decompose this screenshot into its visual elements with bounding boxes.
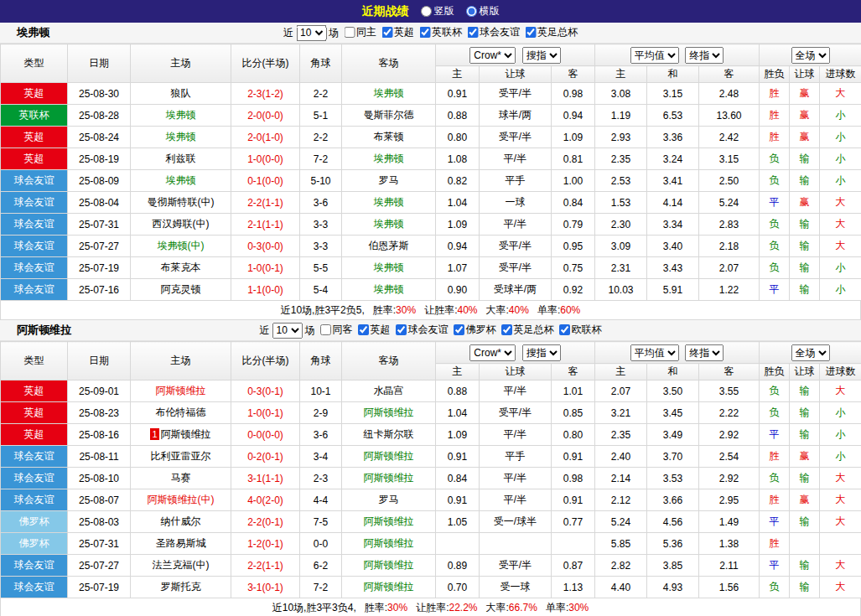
euro-home-odds: 2.30 bbox=[595, 214, 647, 236]
filter-checkbox[interactable] bbox=[344, 27, 355, 38]
away-team[interactable]: 罗马 bbox=[342, 170, 436, 192]
filter-option[interactable]: 同客 bbox=[320, 323, 353, 337]
home-team[interactable]: 法兰克福(中) bbox=[131, 555, 231, 577]
filter-option[interactable]: 英足总杯 bbox=[525, 25, 578, 39]
away-team[interactable]: 阿斯顿维拉 bbox=[342, 577, 436, 598]
scope-select[interactable]: 全场 bbox=[791, 47, 830, 64]
layout-radio-horizontal[interactable]: 横版 bbox=[466, 4, 500, 18]
home-team[interactable]: 阿克灵顿 bbox=[131, 279, 231, 301]
away-team[interactable]: 阿斯顿维拉 bbox=[342, 511, 436, 533]
filter-option[interactable]: 佛罗杯 bbox=[454, 323, 496, 337]
away-team[interactable]: 曼斯菲尔德 bbox=[342, 105, 436, 127]
home-team[interactable]: 阿斯顿维拉 bbox=[131, 380, 231, 402]
filter-option[interactable]: 英联杯 bbox=[419, 25, 462, 39]
filter-checkbox[interactable] bbox=[525, 27, 536, 38]
asia-type-select[interactable]: 搜指 bbox=[522, 47, 561, 64]
away-team[interactable]: 阿斯顿维拉 bbox=[342, 555, 436, 577]
match-date: 25-08-10 bbox=[68, 468, 131, 489]
home-team[interactable]: 圣路易斯城 bbox=[131, 533, 231, 555]
asia-company-select[interactable]: Crow* bbox=[469, 344, 516, 361]
horizontal-radio[interactable] bbox=[466, 6, 477, 17]
home-team[interactable]: 1阿斯顿维拉 bbox=[131, 424, 231, 446]
asia-handicap: 平手 bbox=[480, 170, 552, 192]
away-team[interactable]: 埃弗顿 bbox=[342, 279, 436, 301]
scope-select[interactable]: 全场 bbox=[791, 344, 830, 361]
result-handicap: 赢 bbox=[790, 127, 820, 148]
filter-option[interactable]: 英超 bbox=[381, 25, 414, 39]
result-handicap: 输 bbox=[790, 511, 820, 533]
away-team[interactable]: 埃弗顿 bbox=[342, 257, 436, 279]
corners: 7-2 bbox=[300, 148, 342, 170]
home-team[interactable]: 埃弗顿(中) bbox=[131, 236, 231, 257]
filter-checkbox[interactable] bbox=[381, 27, 392, 38]
home-team[interactable]: 比利亚雷亚尔 bbox=[131, 446, 231, 468]
filter-checkbox[interactable] bbox=[320, 324, 331, 335]
filter-option[interactable]: 球会友谊 bbox=[467, 25, 520, 39]
euro-away-odds: 3.55 bbox=[699, 380, 760, 402]
euro-away-odds: 2.48 bbox=[699, 83, 760, 105]
filter-checkbox[interactable] bbox=[501, 324, 512, 335]
filter-checkbox[interactable] bbox=[396, 324, 407, 335]
filter-option[interactable]: 英超 bbox=[358, 323, 391, 337]
match-count-select[interactable]: 10 bbox=[272, 323, 303, 339]
home-team[interactable]: 马赛 bbox=[131, 468, 231, 489]
filter-checkbox[interactable] bbox=[454, 324, 464, 335]
match-count-select[interactable]: 10 bbox=[296, 25, 326, 41]
result-handicap: 输 bbox=[790, 214, 820, 236]
layout-radio-vertical[interactable]: 竖版 bbox=[421, 4, 454, 18]
home-team[interactable]: 埃弗顿 bbox=[131, 170, 231, 192]
filter-checkbox[interactable] bbox=[419, 27, 430, 38]
filter-option[interactable]: 球会友谊 bbox=[396, 323, 449, 337]
asia-home-odds: 0.82 bbox=[436, 170, 480, 192]
home-team[interactable]: 布莱克本 bbox=[131, 257, 231, 279]
filter-option[interactable]: 同主 bbox=[344, 25, 376, 39]
euro-type-select[interactable]: 终指 bbox=[685, 344, 724, 361]
filter-checkbox[interactable] bbox=[467, 27, 478, 38]
away-team[interactable]: 埃弗顿 bbox=[342, 214, 436, 236]
filter-checkbox[interactable] bbox=[559, 324, 570, 335]
away-team[interactable]: 罗马 bbox=[342, 489, 436, 511]
away-team[interactable]: 阿斯顿维拉 bbox=[342, 533, 436, 555]
away-team[interactable]: 埃弗顿 bbox=[342, 83, 436, 105]
home-team[interactable]: 利兹联 bbox=[131, 148, 231, 170]
vertical-radio[interactable] bbox=[421, 6, 432, 17]
col-header: 类型 bbox=[1, 342, 68, 380]
away-team[interactable]: 阿斯顿维拉 bbox=[342, 468, 436, 489]
away-team[interactable]: 阿斯顿维拉 bbox=[342, 446, 436, 468]
asia-company-select[interactable]: Crow* bbox=[469, 47, 516, 64]
score: 4-0(2-0) bbox=[231, 489, 300, 511]
home-team[interactable]: 狼队 bbox=[131, 83, 231, 105]
match-date: 25-07-31 bbox=[68, 533, 131, 555]
euro-company-select[interactable]: 平均值 bbox=[630, 344, 679, 361]
filter-option[interactable]: 欧联杯 bbox=[559, 323, 602, 337]
euro-draw-odds: 6.53 bbox=[647, 105, 699, 127]
euro-draw-odds: 4.56 bbox=[647, 511, 699, 533]
home-team[interactable]: 布伦特福德 bbox=[131, 402, 231, 424]
home-team[interactable]: 埃弗顿 bbox=[131, 127, 231, 148]
away-team[interactable]: 纽卡斯尔联 bbox=[342, 424, 436, 446]
home-team[interactable]: 埃弗顿 bbox=[131, 105, 231, 127]
away-team[interactable]: 埃弗顿 bbox=[342, 192, 436, 214]
away-team[interactable]: 水晶宫 bbox=[342, 380, 436, 402]
away-team[interactable]: 布莱顿 bbox=[342, 127, 436, 148]
filter-option[interactable]: 英足总杯 bbox=[501, 323, 554, 337]
asia-away-odds bbox=[552, 533, 595, 555]
league-type: 英超 bbox=[1, 380, 68, 402]
away-team[interactable]: 阿斯顿维拉 bbox=[342, 402, 436, 424]
euro-company-select[interactable]: 平均值 bbox=[630, 47, 679, 64]
home-team[interactable]: 纳什威尔 bbox=[131, 511, 231, 533]
euro-type-select[interactable]: 终指 bbox=[685, 47, 724, 64]
home-team[interactable]: 罗斯托克 bbox=[131, 577, 231, 598]
filter-checkbox[interactable] bbox=[358, 324, 369, 335]
home-team[interactable]: 西汉姆联(中) bbox=[131, 214, 231, 236]
home-team[interactable]: 曼彻斯特联(中) bbox=[131, 192, 231, 214]
asia-type-select[interactable]: 搜指 bbox=[522, 344, 561, 361]
asia-handicap: 平/半 bbox=[480, 214, 552, 236]
asia-home-odds: 0.89 bbox=[436, 555, 480, 577]
away-team[interactable]: 伯恩茅斯 bbox=[342, 236, 436, 257]
euro-draw-odds: 5.36 bbox=[647, 533, 699, 555]
home-team[interactable]: 阿斯顿维拉(中) bbox=[131, 489, 231, 511]
away-team[interactable]: 埃弗顿 bbox=[342, 148, 436, 170]
asia-away-odds: 1.01 bbox=[552, 380, 595, 402]
summary-bar: 近10场,胜3平2负5, 胜率:30%让胜率:40%大率:40%单率:60% bbox=[0, 301, 861, 320]
